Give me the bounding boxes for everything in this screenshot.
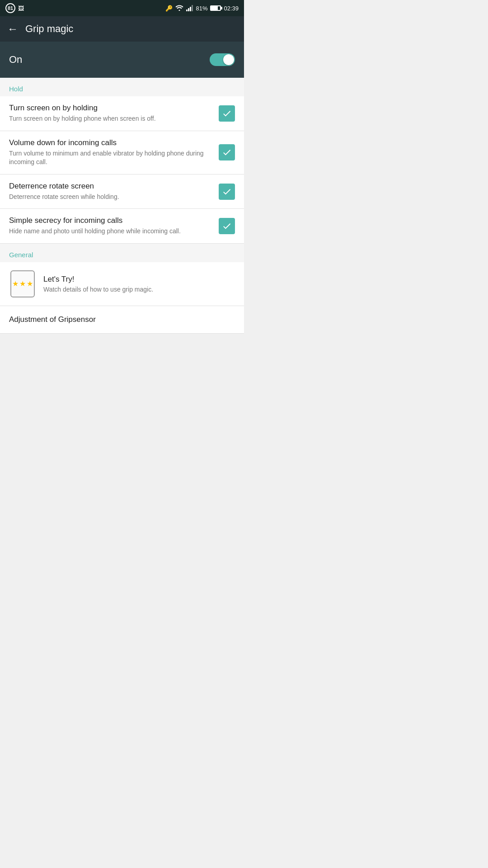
toggle-row: On [0, 42, 244, 78]
checkbox-deterrence[interactable] [219, 184, 235, 200]
lets-try-title: Let's Try! [43, 275, 153, 284]
setting-item-deterrence[interactable]: Deterrence rotate screen Deterrence rota… [0, 175, 244, 209]
stars-icon: ★ ★ ★ [12, 279, 33, 288]
star-3: ★ [27, 279, 33, 288]
lets-try-icon: ★ ★ ★ [9, 270, 36, 297]
image-icon: 🖼 [18, 5, 24, 12]
setting-desc-deterrence: Deterrence rotate screen while holding. [9, 193, 211, 202]
toggle-thumb [223, 54, 234, 65]
setting-item-turn-screen[interactable]: Turn screen on by holding Turn screen on… [0, 96, 244, 131]
setting-desc-secrecy: Hide name and photo until holding phone … [9, 227, 211, 236]
star-1: ★ [12, 279, 19, 288]
star-2: ★ [19, 279, 26, 288]
status-left: 81 🖼 [5, 3, 24, 13]
status-bar: 81 🖼 🔑 81% 02:39 [0, 0, 244, 16]
battery-percent: 81% [196, 5, 207, 12]
main-toggle[interactable] [210, 53, 235, 66]
checkbox-secrecy[interactable] [219, 218, 235, 234]
setting-text-secrecy: Simple secrecy for incoming calls Hide n… [9, 216, 219, 236]
notification-badge: 81 [5, 3, 15, 13]
setting-desc-turn-screen: Turn screen on by holding phone when scr… [9, 114, 211, 123]
adjustment-item[interactable]: Adjustment of Gripsensor [0, 306, 244, 334]
back-button[interactable]: ← [7, 23, 18, 35]
battery-icon [210, 5, 221, 11]
setting-text-deterrence: Deterrence rotate screen Deterrence rota… [9, 182, 219, 202]
setting-title-secrecy: Simple secrecy for incoming calls [9, 216, 211, 225]
signal-icon [186, 5, 193, 11]
hold-section-header: Hold [0, 78, 244, 96]
checkbox-volume-down[interactable] [219, 144, 235, 160]
lets-try-desc: Watch details of how to use grip magic. [43, 286, 153, 293]
setting-text-volume: Volume down for incoming calls Turn volu… [9, 138, 219, 167]
setting-item-secrecy[interactable]: Simple secrecy for incoming calls Hide n… [0, 209, 244, 244]
lets-try-text: Let's Try! Watch details of how to use g… [43, 275, 153, 293]
app-bar: ← Grip magic [0, 16, 244, 42]
setting-title-deterrence: Deterrence rotate screen [9, 182, 211, 191]
key-icon: 🔑 [165, 5, 173, 12]
phone-frame-icon: ★ ★ ★ [10, 270, 35, 297]
setting-item-volume-down[interactable]: Volume down for incoming calls Turn volu… [0, 131, 244, 175]
setting-text: Turn screen on by holding Turn screen on… [9, 104, 219, 123]
lets-try-item[interactable]: ★ ★ ★ Let's Try! Watch details of how to… [0, 262, 244, 306]
status-right: 🔑 81% 02:39 [165, 5, 239, 12]
setting-title-volume: Volume down for incoming calls [9, 138, 211, 147]
general-section-header: General [0, 244, 244, 262]
time: 02:39 [224, 5, 239, 12]
setting-title-turn-screen: Turn screen on by holding [9, 104, 211, 113]
checkbox-turn-screen[interactable] [219, 105, 235, 122]
setting-desc-volume: Turn volume to minimum and enable vibrat… [9, 149, 211, 167]
wifi-icon [175, 5, 183, 12]
toggle-label: On [9, 54, 22, 66]
adjustment-title: Adjustment of Gripsensor [9, 315, 235, 324]
page-title: Grip magic [25, 23, 73, 35]
